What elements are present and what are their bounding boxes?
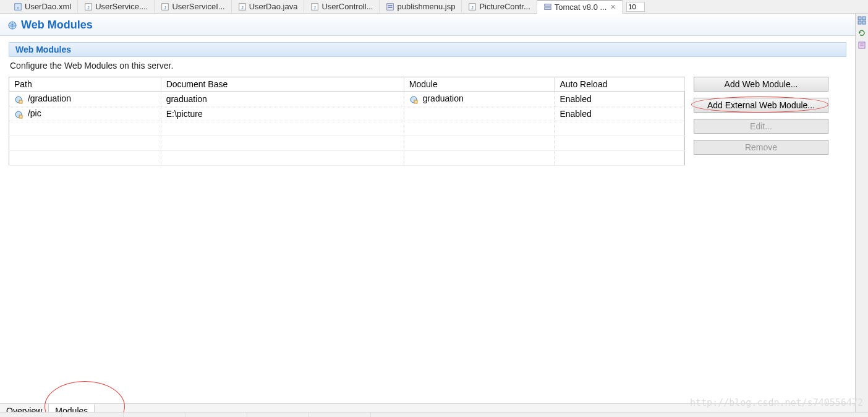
- close-icon[interactable]: ✕: [610, 3, 616, 11]
- tab-number-input[interactable]: [626, 2, 645, 12]
- java-file-icon: J: [468, 2, 477, 11]
- add-external-web-module-button[interactable]: Add External Web Module...: [694, 98, 828, 113]
- refresh-icon[interactable]: [857, 28, 866, 37]
- cell-autoreload: Enabled: [555, 106, 685, 121]
- tab-label: Tomcat v8.0 ...: [555, 2, 607, 12]
- content-header: Web Modules: [9, 42, 846, 57]
- svg-rect-16: [545, 7, 551, 10]
- table-row[interactable]: /pic E:\picture Enabled: [9, 106, 685, 121]
- col-document-base[interactable]: Document Base: [161, 77, 404, 92]
- svg-rect-15: [545, 4, 551, 7]
- action-buttons-column: Add Web Module... Add External Web Modul…: [694, 77, 828, 155]
- web-resource-icon: [14, 95, 23, 104]
- tab-label: UserDao.java: [249, 2, 298, 11]
- table-header-row: Path Document Base Module Auto Reload: [9, 77, 685, 92]
- svg-text:J: J: [314, 5, 317, 9]
- web-resource-icon: [14, 110, 23, 119]
- svg-rect-21: [414, 100, 417, 103]
- tab-userdao-xml[interactable]: x UserDao.xml: [7, 0, 78, 14]
- col-module[interactable]: Module: [404, 77, 555, 92]
- svg-rect-23: [19, 115, 22, 118]
- svg-text:J: J: [164, 5, 167, 9]
- svg-rect-19: [19, 100, 22, 103]
- editor-tabs-bar: x UserDao.xml J UserService.... J UserSe…: [0, 0, 868, 14]
- list-icon[interactable]: [857, 41, 866, 49]
- remove-button[interactable]: Remove: [694, 140, 828, 155]
- col-auto-reload[interactable]: Auto Reload: [555, 77, 685, 92]
- svg-rect-12: [388, 7, 393, 8]
- svg-text:x: x: [17, 5, 19, 9]
- java-file-icon: J: [238, 2, 247, 11]
- main-panel: Web Modules Web Modules Configure the We…: [0, 14, 856, 417]
- table-row-empty: [9, 151, 685, 166]
- section-title: Web Modules: [21, 19, 93, 32]
- svg-rect-27: [862, 21, 866, 24]
- java-file-icon: J: [310, 2, 319, 11]
- add-web-module-button[interactable]: Add Web Module...: [694, 77, 828, 92]
- java-file-icon: J: [84, 2, 93, 11]
- table-row[interactable]: /graduation graduation graduation Enable…: [9, 92, 685, 106]
- outline-icon[interactable]: [857, 16, 866, 25]
- svg-rect-24: [858, 17, 861, 20]
- jsp-file-icon: [386, 2, 394, 11]
- tab-label: PictureContr...: [479, 2, 530, 11]
- server-icon: [543, 2, 552, 11]
- section-header: Web Modules: [0, 14, 855, 36]
- tab-label: UserService....: [95, 2, 148, 11]
- tab-tomcat-server[interactable]: Tomcat v8.0 ... ✕: [537, 0, 623, 14]
- tab-userservicei[interactable]: J UserServiceI...: [155, 0, 231, 14]
- tab-userdao-java[interactable]: J UserDao.java: [232, 0, 305, 14]
- content-description: Configure the Web Modules on this server…: [9, 57, 846, 77]
- right-side-toolbar: [856, 14, 868, 417]
- web-modules-table: Path Document Base Module Auto Reload /g…: [9, 77, 685, 166]
- tab-label: UserServiceI...: [172, 2, 224, 11]
- table-row-empty: [9, 121, 685, 136]
- svg-marker-28: [859, 32, 861, 34]
- cell-path: /pic: [28, 108, 41, 118]
- tab-label: publishmenu.jsp: [397, 2, 455, 11]
- tab-usercontroller[interactable]: J UserControll...: [304, 0, 380, 14]
- svg-text:J: J: [472, 5, 474, 9]
- svg-text:J: J: [241, 5, 244, 9]
- col-path[interactable]: Path: [9, 77, 161, 92]
- tab-userservice[interactable]: J UserService....: [78, 0, 155, 14]
- tab-publishmenu-jsp[interactable]: publishmenu.jsp: [380, 0, 462, 14]
- svg-rect-26: [858, 21, 861, 24]
- edit-button[interactable]: Edit...: [694, 119, 828, 134]
- svg-text:J: J: [87, 5, 90, 9]
- svg-rect-25: [862, 17, 866, 20]
- svg-rect-29: [859, 42, 865, 48]
- cell-module: graduation: [423, 93, 464, 103]
- bottom-status-strip: [0, 412, 868, 417]
- web-resource-icon: [409, 95, 418, 104]
- cell-path: /graduation: [28, 93, 71, 103]
- web-module-icon: [7, 20, 17, 30]
- cell-autoreload: Enabled: [555, 92, 685, 106]
- tab-label: UserDao.xml: [25, 2, 71, 11]
- svg-rect-11: [388, 5, 393, 6]
- xml-file-icon: x: [14, 2, 22, 11]
- cell-docbase: graduation: [161, 92, 404, 106]
- tab-label: UserControll...: [321, 2, 373, 11]
- cell-module: [404, 106, 555, 121]
- tab-picturecontroller[interactable]: J PictureContr...: [462, 0, 537, 14]
- java-file-icon: J: [161, 2, 169, 11]
- cell-docbase: E:\picture: [161, 106, 404, 121]
- table-row-empty: [9, 136, 685, 151]
